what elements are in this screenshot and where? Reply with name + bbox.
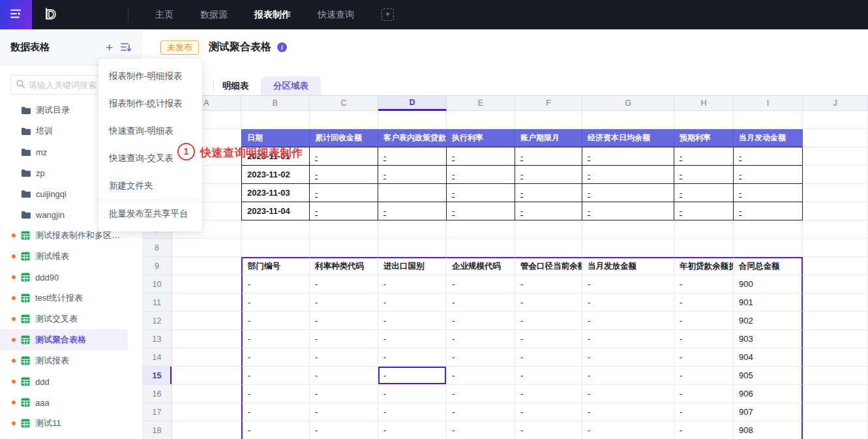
cell-C17[interactable]: -	[310, 403, 378, 421]
cell-F5[interactable]: -	[515, 184, 582, 202]
cell-H11[interactable]: -	[674, 294, 734, 312]
cell-I2[interactable]: 当月发动金额	[734, 129, 803, 147]
cell-E5[interactable]: -	[447, 184, 515, 202]
sidebar-table-4[interactable]: 测试交叉表	[0, 309, 128, 329]
menu-item-1[interactable]: 报表制作-统计报表	[98, 90, 202, 117]
cell-G13[interactable]: -	[582, 330, 674, 348]
column-header-C[interactable]: C	[310, 96, 378, 111]
cell-B2[interactable]: 日期	[241, 129, 310, 147]
menu-toggle-button[interactable]	[0, 0, 32, 29]
cell-I9[interactable]: 合同总金额	[734, 257, 803, 275]
cell-E16[interactable]: -	[447, 385, 515, 403]
cell-B11[interactable]: -	[241, 294, 310, 312]
cell-D11[interactable]: -	[378, 294, 447, 312]
cell-F2[interactable]: 账户期限月	[515, 129, 582, 147]
column-header-F[interactable]: F	[515, 96, 582, 111]
cell-D10[interactable]: -	[378, 275, 447, 294]
cell-F10[interactable]: -	[515, 275, 582, 294]
drill-link[interactable]: -	[739, 170, 741, 179]
cell-C4[interactable]: -	[310, 166, 378, 184]
drill-link[interactable]: -	[452, 188, 455, 198]
cell-I15[interactable]: 905	[734, 367, 803, 385]
cell-E6[interactable]: -	[447, 202, 515, 220]
cell-F14[interactable]: -	[515, 348, 582, 367]
cell-I8[interactable]	[734, 239, 803, 257]
cell-D9[interactable]: 进出口国别	[378, 257, 447, 275]
column-header-G[interactable]: G	[582, 96, 674, 111]
cell-F8[interactable]	[515, 239, 582, 257]
cell-I7[interactable]	[734, 220, 803, 239]
column-header-I[interactable]: I	[734, 96, 803, 111]
cell-D16[interactable]: -	[378, 385, 447, 403]
cell-D17[interactable]: -	[378, 403, 447, 421]
cell-I4[interactable]: -	[734, 166, 803, 184]
cell-G7[interactable]	[582, 220, 674, 239]
cell-B6[interactable]: 2023-11-04	[241, 202, 310, 220]
drill-link[interactable]: -	[520, 188, 523, 198]
cell-D18[interactable]: -	[378, 421, 447, 439]
cell-F3[interactable]: -	[515, 147, 582, 166]
cell-I18[interactable]: 908	[734, 421, 803, 439]
cell-C15[interactable]: -	[310, 367, 378, 385]
drill-link[interactable]: -	[680, 188, 682, 198]
cell-J12[interactable]	[803, 312, 868, 330]
cell-J18[interactable]	[803, 421, 868, 439]
add-module-button[interactable]: +	[382, 8, 394, 21]
create-table-button[interactable]: +	[106, 41, 113, 53]
cell-D4[interactable]: -	[378, 166, 447, 184]
cell-I1[interactable]	[734, 111, 803, 129]
drill-link[interactable]: -	[588, 206, 590, 216]
cell-F11[interactable]: -	[515, 294, 582, 312]
cell-F12[interactable]: -	[515, 312, 582, 330]
drill-link[interactable]: -	[315, 206, 318, 216]
cell-B10[interactable]: -	[241, 275, 310, 294]
column-header-E[interactable]: E	[447, 96, 515, 111]
cell-C9[interactable]: 利率种类代码	[310, 257, 378, 275]
cell-G5[interactable]: -	[582, 184, 674, 202]
cell-C18[interactable]: -	[310, 421, 378, 439]
cell-G4[interactable]: -	[582, 166, 674, 184]
cell-E11[interactable]: -	[447, 294, 515, 312]
cell-H5[interactable]: -	[674, 184, 734, 202]
sidebar-table-2[interactable]: ddd90	[0, 267, 128, 288]
drill-link[interactable]: -	[520, 206, 523, 216]
drill-link[interactable]: -	[680, 206, 682, 216]
cell-I17[interactable]: 907	[734, 403, 803, 421]
nav-item-1[interactable]: 数据源	[200, 9, 228, 21]
cell-B17[interactable]: -	[241, 403, 310, 421]
cell-B18[interactable]: -	[241, 421, 310, 439]
cell-H3[interactable]: -	[674, 147, 734, 166]
row-header-15[interactable]: 15	[142, 367, 172, 385]
cell-A11[interactable]	[172, 294, 241, 312]
cell-J6[interactable]	[803, 202, 868, 220]
cell-F1[interactable]	[515, 111, 582, 129]
cell-E4[interactable]: -	[447, 166, 515, 184]
cell-J4[interactable]	[803, 166, 868, 184]
cell-A17[interactable]	[172, 403, 241, 421]
cell-C13[interactable]: -	[310, 330, 378, 348]
menu-item-4[interactable]: 新建文件夹	[98, 172, 202, 200]
sidebar-table-8[interactable]: aaa	[0, 392, 128, 413]
drill-link[interactable]: -	[452, 151, 455, 161]
cell-G18[interactable]: -	[582, 421, 674, 439]
cell-C3[interactable]: -	[310, 147, 378, 166]
cell-J7[interactable]	[803, 220, 868, 239]
cell-H17[interactable]: -	[674, 403, 734, 421]
cell-J5[interactable]	[803, 184, 868, 202]
cell-G16[interactable]: -	[582, 385, 674, 403]
drill-link[interactable]: -	[520, 151, 523, 161]
cell-B1[interactable]	[241, 111, 310, 129]
cell-I11[interactable]: 901	[734, 294, 803, 312]
cell-E2[interactable]: 执行利率	[447, 129, 515, 147]
cell-D13[interactable]: -	[378, 330, 447, 348]
cell-E10[interactable]: -	[447, 275, 515, 294]
cell-A10[interactable]	[172, 275, 241, 294]
cell-J11[interactable]	[803, 294, 868, 312]
row-header-12[interactable]: 12	[142, 312, 172, 330]
drill-link[interactable]: -	[588, 151, 590, 161]
sort-list-icon[interactable]	[121, 42, 132, 52]
cell-D6[interactable]: -	[378, 202, 447, 220]
row-header-13[interactable]: 13	[142, 330, 172, 348]
cell-J17[interactable]	[803, 403, 868, 421]
cell-F16[interactable]: -	[515, 385, 582, 403]
